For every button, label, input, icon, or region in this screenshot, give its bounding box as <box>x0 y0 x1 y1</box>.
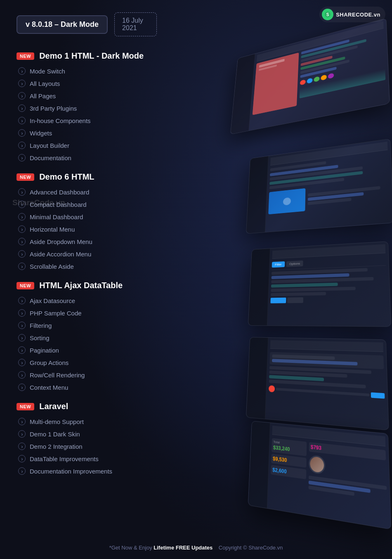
chevron-icon-demo6-5 <box>18 250 26 258</box>
logo-text: SHARECODE.vn <box>336 12 380 18</box>
menu-item-demo6-1[interactable]: Compact Dashboard <box>17 198 157 211</box>
chevron-icon-demo1-3 <box>18 104 26 112</box>
screenshot-card-2 <box>246 139 392 234</box>
sections-container: NewDemo 1 HTML - Dark ModeMode SwitchAll… <box>17 51 157 477</box>
menu-item-datatable-2[interactable]: Filtering <box>17 319 157 332</box>
menu-item-demo6-4[interactable]: Aside Dropdown Menu <box>17 235 157 248</box>
menu-item-datatable-6[interactable]: Row/Cell Rendering <box>17 369 157 381</box>
menu-label-datatable-1: PHP Sample Code <box>30 310 82 317</box>
menu-label-demo6-0: Advanced Dashboard <box>30 189 89 196</box>
section-header-demo1: NewDemo 1 HTML - Dark Mode <box>17 51 157 61</box>
menu-item-demo6-3[interactable]: Horizontal Menu <box>17 223 157 235</box>
menu-item-demo1-4[interactable]: In-house Components <box>17 114 157 127</box>
menu-label-laravel-3: DataTable Improvements <box>30 455 99 462</box>
menu-label-datatable-3: Sorting <box>30 334 50 341</box>
menu-item-demo6-6[interactable]: Scrollable Aside <box>17 260 157 272</box>
menu-item-demo1-2[interactable]: All Pages <box>17 90 157 102</box>
menu-label-datatable-2: Filtering <box>30 322 52 329</box>
chevron-icon-demo6-0 <box>18 188 26 196</box>
chevron-icon-laravel-1 <box>18 430 26 438</box>
screenshot-card-1 <box>230 18 390 135</box>
menu-label-demo6-3: Horizontal Menu <box>30 226 75 233</box>
chevron-icon-demo1-6 <box>18 142 26 149</box>
date-badge: 16 July 2021 <box>114 12 157 36</box>
chevron-icon-demo1-2 <box>18 92 26 99</box>
screenshot-card-5: Total $33,240 $9,530 $2,600 $793 <box>248 421 392 529</box>
main-content: v 8.0.18 – Dark Mode 16 July 2021 NewDem… <box>0 0 173 493</box>
menu-item-datatable-4[interactable]: Pagination <box>17 344 157 356</box>
menu-item-demo1-5[interactable]: Widgets <box>17 127 157 139</box>
section-datatable: NewHTML Ajax DataTableAjax DatasourcePHP… <box>17 281 157 393</box>
menu-label-demo1-4: In-house Components <box>30 117 91 124</box>
menu-label-demo6-6: Scrollable Aside <box>30 263 74 270</box>
chevron-icon-laravel-2 <box>18 443 26 450</box>
menu-label-demo6-2: Minimal Dashboard <box>30 213 83 220</box>
screenshot-card-4 <box>246 337 389 430</box>
chevron-icon-datatable-2 <box>18 322 26 329</box>
menu-item-laravel-1[interactable]: Demo 1 Dark Skin <box>17 428 157 440</box>
menu-item-demo6-0[interactable]: Advanced Dashboard <box>17 186 157 198</box>
section-title-datatable: HTML Ajax DataTable <box>39 281 123 290</box>
menu-label-laravel-2: Demo 2 Integration <box>30 443 83 450</box>
chevron-icon-demo6-1 <box>18 201 26 208</box>
menu-item-demo1-1[interactable]: All Layouts <box>17 77 157 90</box>
section-title-demo1: Demo 1 HTML - Dark Mode <box>39 51 144 61</box>
menu-item-demo1-6[interactable]: Layout Builder <box>17 139 157 152</box>
version-badge: v 8.0.18 – Dark Mode <box>17 15 108 34</box>
menu-label-demo1-7: Documentation <box>30 154 71 161</box>
screenshot-card-3: Filter Options <box>248 241 392 327</box>
chevron-icon-demo1-5 <box>18 129 26 137</box>
menu-item-datatable-3[interactable]: Sorting <box>17 332 157 344</box>
menu-item-demo1-3[interactable]: 3rd Party Plugins <box>17 102 157 114</box>
header-row: v 8.0.18 – Dark Mode 16 July 2021 <box>17 12 157 36</box>
menu-item-laravel-2[interactable]: Demo 2 Integration <box>17 440 157 452</box>
screenshots-area: Filter Options <box>153 25 392 553</box>
menu-label-demo1-0: Mode Switch <box>30 68 65 75</box>
menu-label-datatable-7: Context Menu <box>30 384 68 391</box>
menu-item-demo1-7[interactable]: Documentation <box>17 152 157 164</box>
menu-item-laravel-3[interactable]: DataTable Improvements <box>17 452 157 465</box>
new-badge-demo1: New <box>17 52 34 60</box>
chevron-icon-datatable-1 <box>18 309 26 317</box>
section-header-demo6: NewDemo 6 HTML <box>17 172 157 182</box>
menu-label-datatable-4: Pagination <box>30 347 59 354</box>
logo-icon: S <box>322 9 333 20</box>
menu-item-datatable-7[interactable]: Context Menu <box>17 381 157 393</box>
footer-text-prefix: *Get Now & Enjoy <box>109 545 154 551</box>
chevron-icon-demo1-4 <box>18 117 26 124</box>
menu-item-demo1-0[interactable]: Mode Switch <box>17 65 157 77</box>
svg-text:S: S <box>326 12 329 17</box>
menu-item-datatable-0[interactable]: Ajax Datasource <box>17 294 157 307</box>
menu-item-demo6-5[interactable]: Aside Accordion Menu <box>17 248 157 260</box>
chevron-icon-demo6-3 <box>18 225 26 233</box>
section-laravel: NewLaravelMulti-demo SupportDemo 1 Dark … <box>17 402 157 477</box>
new-badge-laravel: New <box>17 403 34 410</box>
menu-item-demo6-2[interactable]: Minimal Dashboard <box>17 211 157 223</box>
menu-label-demo1-6: Layout Builder <box>30 142 69 149</box>
menu-label-demo1-2: All Pages <box>30 92 56 99</box>
menu-label-datatable-5: Group Actions <box>30 359 68 366</box>
menu-label-datatable-6: Row/Cell Rendering <box>30 372 85 379</box>
menu-label-datatable-0: Ajax Datasource <box>30 297 75 304</box>
menu-item-laravel-0[interactable]: Multi-demo Support <box>17 415 157 428</box>
section-header-laravel: NewLaravel <box>17 402 157 411</box>
menu-label-demo1-3: 3rd Party Plugins <box>30 105 77 112</box>
menu-item-laravel-4[interactable]: Documentation Improvements <box>17 465 157 477</box>
chevron-icon-demo1-1 <box>18 80 26 87</box>
chevron-icon-laravel-0 <box>18 418 26 425</box>
chevron-icon-datatable-5 <box>18 359 26 366</box>
menu-item-datatable-5[interactable]: Group Actions <box>17 356 157 369</box>
menu-label-laravel-4: Documentation Improvements <box>30 468 112 475</box>
section-demo1: NewDemo 1 HTML - Dark ModeMode SwitchAll… <box>17 51 157 164</box>
logo-area: S SHARECODE.vn <box>319 7 385 22</box>
section-title-demo6: Demo 6 HTML <box>39 172 94 182</box>
chevron-icon-demo6-4 <box>18 238 26 245</box>
chevron-icon-datatable-6 <box>18 371 26 379</box>
chevron-icon-datatable-4 <box>18 346 26 354</box>
menu-item-datatable-1[interactable]: PHP Sample Code <box>17 307 157 319</box>
menu-label-demo1-5: Widgets <box>30 130 52 137</box>
new-badge-datatable: New <box>17 282 34 289</box>
menu-label-demo6-5: Aside Accordion Menu <box>30 251 91 258</box>
chevron-icon-demo6-2 <box>18 213 26 220</box>
chevron-icon-demo1-0 <box>18 67 26 75</box>
